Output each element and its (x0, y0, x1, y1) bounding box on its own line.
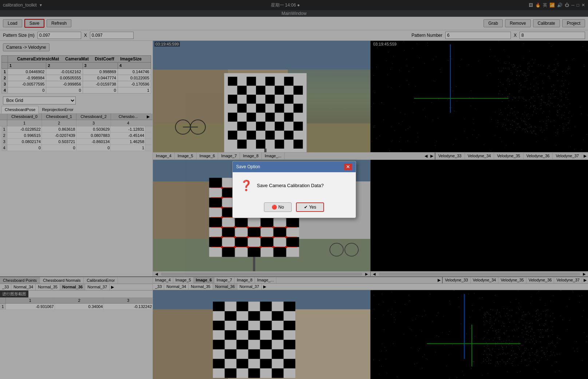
dialog-buttons: 🔴 No ✔ Yes (233, 199, 356, 218)
dialog-close-btn[interactable]: ✕ (344, 163, 352, 170)
yes-icon: ✔ (304, 205, 308, 210)
no-icon: 🔴 (272, 205, 277, 210)
save-option-dialog: Save Option ✕ ❓ Save Camera Calibration … (232, 161, 356, 218)
yes-label: Yes (309, 205, 316, 210)
dialog-message: Save Camera Calibration Data? (257, 183, 324, 188)
dialog-title-text: Save Option (236, 164, 260, 169)
dialog-title-bar: Save Option ✕ (233, 161, 356, 172)
dialog-yes-btn[interactable]: ✔ Yes (296, 202, 324, 212)
dialog-question-icon: ❓ (240, 179, 253, 192)
no-label: No (279, 205, 284, 210)
dialog-no-btn[interactable]: 🔴 No (264, 202, 292, 212)
dialog-body: ❓ Save Camera Calibration Data? (233, 172, 356, 199)
dialog-overlay[interactable]: Save Option ✕ ❓ Save Camera Calibration … (0, 0, 588, 379)
